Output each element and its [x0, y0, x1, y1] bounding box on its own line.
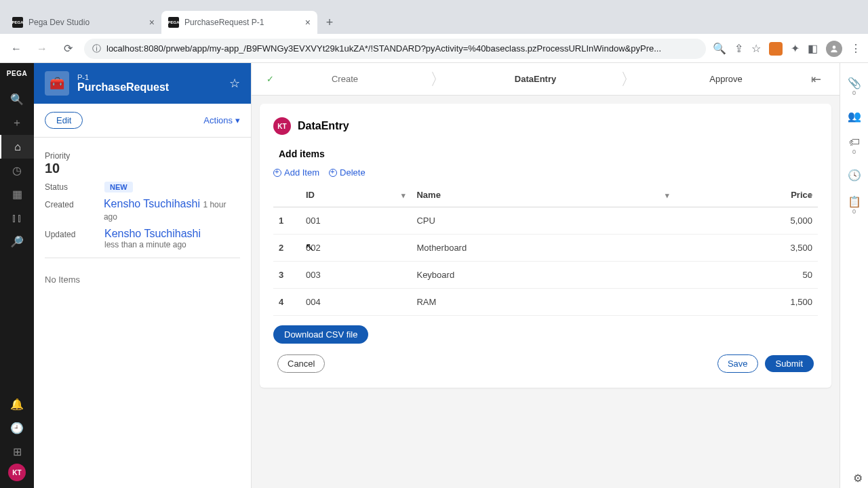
plus-circle-icon: [273, 169, 281, 177]
tab-title: Pega Dev Studio: [28, 18, 144, 27]
forward-button[interactable]: →: [33, 39, 52, 58]
created-by[interactable]: Kensho Tsuchihashi: [104, 198, 200, 209]
col-price[interactable]: Price▾: [675, 183, 818, 207]
case-properties: Priority 10 Status NEW Created Kensho Ts…: [34, 138, 251, 274]
filter-icon[interactable]: ▾: [808, 191, 812, 200]
share-icon[interactable]: ⇪: [734, 42, 743, 55]
grid-icon[interactable]: ⊞: [0, 440, 34, 464]
case-id: P-1: [77, 73, 221, 81]
collapse-icon[interactable]: ⇤: [811, 72, 831, 87]
chevron-down-icon: ▾: [235, 115, 240, 125]
cancel-button[interactable]: Cancel: [277, 354, 325, 373]
table-row[interactable]: 1001CPU5,000: [273, 207, 818, 235]
plus-circle-icon: [329, 169, 337, 177]
submit-button[interactable]: Submit: [765, 355, 814, 372]
download-csv-button[interactable]: Download CSV file: [273, 325, 368, 344]
filter-icon[interactable]: ▾: [665, 191, 669, 200]
favicon-icon: PEGA: [168, 17, 179, 28]
add-item-button[interactable]: Add Item: [273, 167, 319, 178]
url-text: localhost:8080/prweb/app/my-app_/B9FWNGy…: [106, 43, 661, 54]
cell-name: Keyboard: [411, 262, 675, 289]
case-title: PurchaseRequest: [77, 81, 221, 94]
status-label: Status: [45, 182, 99, 192]
cell-name: RAM: [411, 289, 675, 316]
stage-create[interactable]: ✓ Create: [260, 63, 430, 95]
svg-point-0: [833, 45, 836, 49]
check-icon: ✓: [267, 74, 274, 84]
main-area: ✓ Create 〉 DataEntry 〉 Approve ⇤ KT Data…: [252, 63, 868, 488]
extension-icon[interactable]: [769, 42, 783, 56]
updated-by[interactable]: Kensho Tsuchihashi: [104, 228, 201, 240]
cell-name: CPU: [411, 207, 675, 235]
user-avatar[interactable]: KT: [8, 464, 26, 481]
filter-icon[interactable]: ▾: [401, 191, 406, 200]
assignment-title: DataEntry: [298, 120, 349, 132]
status-badge: NEW: [104, 182, 133, 192]
form-card: KT DataEntry Add items Add Item Delete I…: [260, 104, 831, 388]
col-rownum: [273, 183, 300, 207]
reports-icon[interactable]: ⫿⫿: [0, 206, 34, 230]
home-icon[interactable]: ⌂: [0, 135, 34, 159]
tab-bar: PEGA Pega Dev Studio × PEGA PurchaseRequ…: [0, 0, 868, 34]
case-toolbar: Edit Actions▾: [34, 104, 251, 138]
priority-value: 10: [45, 161, 240, 176]
operator-avatar: KT: [273, 117, 291, 135]
created-label: Created: [45, 200, 98, 209]
row-number: 2: [273, 235, 300, 262]
dashboard-icon[interactable]: ◷: [0, 159, 34, 182]
search-icon[interactable]: 🔍: [713, 42, 726, 55]
row-number: 3: [273, 262, 300, 289]
close-icon[interactable]: ×: [149, 17, 155, 28]
case-side-panel: 🧰 P-1 PurchaseRequest ☆ Edit Actions▾ Pr…: [34, 63, 252, 488]
bookmark-icon[interactable]: ☆: [751, 42, 761, 55]
profile-avatar-icon[interactable]: [826, 41, 842, 57]
menu-icon[interactable]: ⋮: [850, 42, 861, 55]
col-name[interactable]: Name▾: [411, 183, 675, 207]
close-icon[interactable]: ×: [305, 17, 311, 28]
new-tab-button[interactable]: +: [320, 13, 339, 32]
stage-bar: ✓ Create 〉 DataEntry 〉 Approve ⇤: [252, 63, 840, 96]
favorite-icon[interactable]: ☆: [229, 76, 240, 91]
delete-button[interactable]: Delete: [329, 167, 366, 178]
followers-icon[interactable]: 👥: [848, 110, 861, 123]
cell-price: 3,500: [675, 235, 818, 262]
table-row[interactable]: 3003Keyboard50: [273, 262, 818, 289]
pega-logo: PEGA: [7, 70, 27, 77]
bell-icon[interactable]: 🔔: [0, 392, 34, 416]
tags-icon[interactable]: 🏷0: [849, 136, 860, 155]
stage-approve[interactable]: Approve: [641, 63, 811, 95]
site-info-icon[interactable]: ⓘ: [92, 43, 101, 55]
cell-price: 5,000: [675, 207, 818, 235]
apps-icon[interactable]: ▦: [0, 182, 34, 206]
attachments-icon[interactable]: 📎0: [848, 77, 861, 96]
recents-icon[interactable]: 🕘: [0, 416, 34, 440]
updated-label: Updated: [45, 230, 99, 239]
history-icon[interactable]: 🕓: [848, 169, 861, 182]
extensions-icon[interactable]: ✦: [791, 42, 800, 55]
edit-button[interactable]: Edit: [45, 112, 83, 129]
create-icon[interactable]: ＋: [0, 111, 34, 135]
tab-purchase-request[interactable]: PEGA PurchaseRequest P-1 ×: [161, 11, 317, 34]
back-button[interactable]: ←: [7, 39, 26, 58]
col-id[interactable]: ID▾: [300, 183, 411, 207]
search-icon[interactable]: 🔍: [0, 87, 34, 111]
row-number: 1: [273, 207, 300, 235]
updated-when: less than a minute ago: [104, 240, 201, 249]
stage-label: Create: [332, 74, 358, 84]
explore-icon[interactable]: 🔎: [0, 230, 34, 253]
browser-toolbar: 🔍 ⇪ ☆ ✦ ◧ ⋮: [713, 41, 861, 57]
cell-name: Motherboard: [411, 235, 675, 262]
cell-price: 1,500: [675, 289, 818, 316]
table-row[interactable]: 4004RAM1,500: [273, 289, 818, 316]
url-field[interactable]: ⓘ localhost:8080/prweb/app/my-app_/B9FWN…: [84, 39, 706, 59]
settings-icon[interactable]: ⚙: [849, 469, 867, 487]
sidepanel-icon[interactable]: ◧: [808, 42, 818, 55]
browser-chrome: PEGA Pega Dev Studio × PEGA PurchaseRequ…: [0, 0, 868, 63]
stage-dataentry[interactable]: DataEntry: [450, 63, 620, 95]
clipboard-icon[interactable]: 📋0: [848, 195, 861, 215]
actions-menu[interactable]: Actions▾: [203, 115, 240, 125]
reload-button[interactable]: ⟳: [58, 39, 77, 58]
table-row[interactable]: 2002Motherboard3,500: [273, 235, 818, 262]
save-button[interactable]: Save: [717, 354, 758, 373]
tab-pega-dev-studio[interactable]: PEGA Pega Dev Studio ×: [5, 11, 161, 34]
